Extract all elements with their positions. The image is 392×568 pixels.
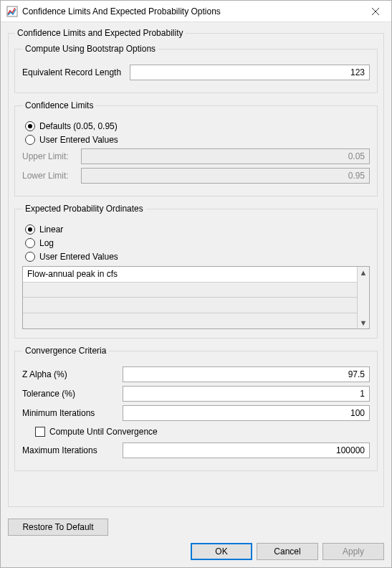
convergence-legend: Convergence Criteria bbox=[22, 346, 109, 356]
radio-defaults-label: Defaults (0.05, 0.95) bbox=[39, 121, 118, 131]
tolerance-input[interactable] bbox=[123, 386, 370, 402]
ordinates-listbox[interactable]: Flow-annual peak in cfs ▲ ▼ bbox=[22, 266, 370, 329]
lower-limit-input bbox=[81, 168, 370, 184]
list-item[interactable]: Flow-annual peak in cfs bbox=[23, 267, 357, 283]
bootstrap-group: Compute Using Bootstrap Options Equivale… bbox=[14, 44, 378, 93]
list-item-label: Flow-annual peak in cfs bbox=[27, 269, 118, 279]
radio-log[interactable]: Log bbox=[25, 238, 370, 248]
ok-button[interactable]: OK bbox=[191, 543, 252, 560]
radio-log-indicator bbox=[25, 238, 35, 248]
until-convergence-label: Compute Until Convergence bbox=[49, 427, 158, 437]
cancel-button[interactable]: Cancel bbox=[257, 543, 318, 560]
radio-user-limits-indicator bbox=[25, 135, 35, 145]
restore-default-button[interactable]: Restore To Default bbox=[8, 519, 108, 536]
maxiter-input[interactable] bbox=[123, 442, 370, 458]
app-icon bbox=[6, 6, 18, 17]
upper-limit-input bbox=[81, 148, 370, 164]
content-area: Confidence Limits and Expected Probabili… bbox=[1, 22, 391, 513]
ordinates-legend: Expected Probability Ordinates bbox=[22, 204, 146, 214]
confidence-limits-group: Confidence Limits Defaults (0.05, 0.95) … bbox=[14, 100, 378, 197]
maxiter-label: Maximum Iterations bbox=[22, 445, 123, 455]
radio-user-limits[interactable]: User Entered Values bbox=[25, 135, 370, 145]
radio-defaults[interactable]: Defaults (0.05, 0.95) bbox=[25, 121, 370, 131]
outer-legend: Confidence Limits and Expected Probabili… bbox=[14, 28, 186, 38]
radio-user-ordinates-indicator bbox=[25, 252, 35, 262]
miniter-input[interactable] bbox=[123, 405, 370, 421]
outer-group: Confidence Limits and Expected Probabili… bbox=[8, 28, 384, 507]
apply-button[interactable]: Apply bbox=[322, 543, 384, 560]
scrollbar[interactable]: ▲ ▼ bbox=[357, 267, 369, 328]
dialog-title: Confidence Limits And Expected Probabili… bbox=[22, 6, 359, 16]
list-item[interactable] bbox=[23, 313, 357, 328]
until-convergence-checkbox[interactable] bbox=[35, 427, 45, 437]
radio-linear-label: Linear bbox=[39, 224, 63, 235]
confidence-limits-legend: Confidence Limits bbox=[22, 100, 96, 110]
radio-linear[interactable]: Linear bbox=[25, 224, 370, 235]
convergence-group: Convergence Criteria Z Alpha (%) Toleran… bbox=[14, 346, 378, 471]
erl-input[interactable] bbox=[130, 65, 370, 80]
list-item[interactable] bbox=[23, 298, 357, 313]
scroll-down-icon[interactable]: ▼ bbox=[360, 318, 368, 327]
dialog-window: Confidence Limits And Expected Probabili… bbox=[0, 0, 392, 568]
erl-label: Equivalent Record Length bbox=[22, 67, 130, 77]
ordinates-group: Expected Probability Ordinates Linear Lo… bbox=[14, 204, 378, 339]
list-item[interactable] bbox=[23, 283, 357, 298]
zalpha-label: Z Alpha (%) bbox=[22, 369, 123, 379]
radio-user-ordinates[interactable]: User Entered Values bbox=[25, 252, 370, 262]
close-button[interactable] bbox=[359, 1, 391, 22]
lower-limit-label: Lower Limit: bbox=[22, 171, 81, 181]
titlebar: Confidence Limits And Expected Probabili… bbox=[1, 1, 391, 22]
miniter-label: Minimum Iterations bbox=[22, 408, 123, 418]
radio-linear-indicator bbox=[25, 224, 35, 235]
zalpha-input[interactable] bbox=[123, 366, 370, 382]
radio-defaults-indicator bbox=[25, 121, 35, 131]
upper-limit-label: Upper Limit: bbox=[22, 151, 81, 161]
tolerance-label: Tolerance (%) bbox=[22, 389, 123, 399]
bootstrap-legend: Compute Using Bootstrap Options bbox=[22, 44, 158, 54]
radio-user-ordinates-label: User Entered Values bbox=[39, 252, 118, 262]
bottom-bar: Restore To Default OK Cancel Apply bbox=[1, 513, 391, 567]
scroll-up-icon[interactable]: ▲ bbox=[360, 268, 368, 277]
radio-log-label: Log bbox=[39, 238, 54, 248]
radio-user-limits-label: User Entered Values bbox=[39, 135, 118, 145]
